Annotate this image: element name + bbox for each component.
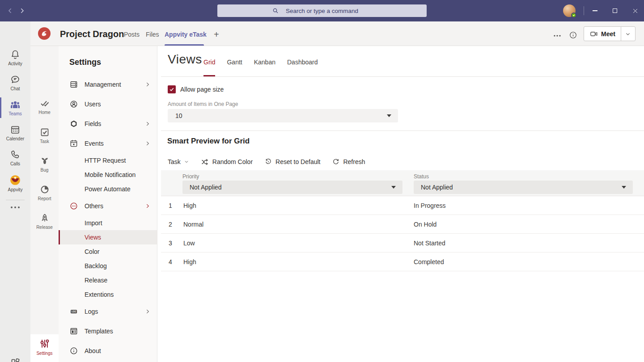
active-tab-underline <box>165 44 204 46</box>
preview-toolbar: Task Random Color Reset to Default Refre… <box>168 156 365 167</box>
meet-button[interactable]: Meet <box>584 27 621 41</box>
entity-dropdown[interactable]: Task <box>168 158 189 165</box>
priority-filter-dropdown[interactable]: Not Applied <box>182 181 402 194</box>
settings-nav-http-request[interactable]: HTTP Request <box>59 153 157 168</box>
apps-grid-icon <box>0 358 30 362</box>
settings-nav-about[interactable]: About <box>59 341 157 361</box>
module-label: Report <box>30 196 59 201</box>
settings-nav-events[interactable]: Events <box>59 134 157 153</box>
settings-nav-label: Fields <box>85 120 144 127</box>
settings-nav-views[interactable]: Views <box>59 230 157 244</box>
caret-down-icon <box>387 114 391 117</box>
add-tab-button[interactable]: + <box>214 29 219 40</box>
chevron-right-icon <box>18 7 25 14</box>
rail-separator <box>6 200 25 200</box>
task-checkbox-icon <box>30 127 59 138</box>
rail-item-apps[interactable]: Apps <box>0 358 30 362</box>
views-settings-content: Views Grid Gantt Kanban Dashboard Allow … <box>157 46 644 362</box>
module-label: Bug <box>30 168 59 173</box>
reset-default-button[interactable]: Reset to Default <box>264 158 320 166</box>
video-camera-icon <box>590 30 598 38</box>
settings-nav-logs[interactable]: LOG Logs <box>59 302 157 321</box>
tab-posts[interactable]: Posts <box>124 31 140 38</box>
settings-nav-label: HTTP Request <box>85 157 126 164</box>
module-item-report[interactable]: Report <box>30 184 59 201</box>
settings-nav-label: Extentions <box>85 291 114 298</box>
settings-nav-fields[interactable]: Fields <box>59 114 157 134</box>
settings-nav-templates[interactable]: Templates <box>59 321 157 341</box>
module-item-settings[interactable]: Settings <box>30 334 59 362</box>
settings-nav-panel: Settings Management Users Fields Events … <box>59 46 157 362</box>
views-header-row: Views Grid Gantt Kanban Dashboard <box>161 46 644 77</box>
check-icon <box>169 87 174 92</box>
rail-label: Calls <box>0 161 30 166</box>
settings-nav-label: Backlog <box>85 262 107 269</box>
minimize-button[interactable] <box>587 0 602 21</box>
close-button[interactable] <box>627 0 643 21</box>
module-item-home[interactable]: Home <box>30 98 59 115</box>
settings-nav-users[interactable]: Users <box>59 94 157 114</box>
section-divider <box>161 130 644 131</box>
settings-nav-power-automate[interactable]: Power Automate <box>59 182 157 196</box>
smart-preview-heading: Smart Preview for Grid <box>167 137 250 146</box>
search-input[interactable] <box>217 4 427 17</box>
rail-item-calls[interactable]: Calls <box>0 149 30 166</box>
settings-nav-import[interactable]: Import <box>59 216 157 230</box>
chevron-right-icon <box>144 140 151 147</box>
meet-dropdown-button[interactable] <box>621 27 635 41</box>
calendar-icon <box>0 124 30 135</box>
events-calendar-icon <box>69 139 78 148</box>
channel-header: Project Dragon Posts Files Appvity eTask… <box>30 21 644 46</box>
allow-page-size-label: Allow page size <box>180 86 224 93</box>
back-button[interactable] <box>4 5 16 17</box>
channel-info-button[interactable] <box>569 31 577 39</box>
settings-nav-release[interactable]: Release <box>59 273 157 287</box>
settings-nav-others[interactable]: Others <box>59 196 157 216</box>
module-label: Release <box>30 225 59 230</box>
chevron-right-icon <box>144 121 151 127</box>
settings-nav-mobile-notification[interactable]: Mobile Notification <box>59 168 157 182</box>
view-tabs: Grid Gantt Kanban Dashboard <box>203 59 318 66</box>
logs-badge-icon: LOG <box>69 307 78 316</box>
forward-button[interactable] <box>16 5 28 17</box>
module-label: Task <box>30 139 59 144</box>
status-filter-dropdown[interactable]: Not Applied <box>414 181 633 194</box>
view-tab-kanban[interactable]: Kanban <box>254 59 275 66</box>
module-item-task[interactable]: Task <box>30 127 59 144</box>
settings-nav-label: Mobile Notification <box>85 171 136 178</box>
settings-nav-label: Others <box>85 202 144 210</box>
titlebar-divider <box>584 6 584 15</box>
module-item-release[interactable]: Release <box>30 213 59 230</box>
table-row: 2 Normal On Hold <box>161 215 644 234</box>
tab-files[interactable]: Files <box>146 31 159 38</box>
view-tab-dashboard[interactable]: Dashboard <box>287 59 318 66</box>
random-color-button[interactable]: Random Color <box>201 158 253 166</box>
refresh-button[interactable]: Refresh <box>332 158 365 166</box>
chevron-down-icon <box>184 159 189 164</box>
caret-down-icon <box>391 186 396 189</box>
page-size-field-label: Amount of Items in One Page <box>168 101 238 107</box>
user-avatar[interactable] <box>563 4 576 17</box>
allow-page-size-row: Allow page size <box>168 85 224 93</box>
rail-item-activity[interactable]: Activity <box>0 49 30 66</box>
allow-page-size-checkbox[interactable] <box>168 85 176 93</box>
maximize-button[interactable] <box>607 0 623 21</box>
settings-nav-extentions[interactable]: Extentions <box>59 287 157 302</box>
settings-nav-label: Views <box>85 234 101 241</box>
view-tab-grid[interactable]: Grid <box>203 59 215 66</box>
settings-nav-label: Color <box>85 248 99 255</box>
settings-nav-management[interactable]: Management <box>59 75 157 94</box>
more-options-button[interactable] <box>554 35 561 37</box>
settings-nav-backlog[interactable]: Backlog <box>59 259 157 273</box>
rail-item-chat[interactable]: Chat <box>0 74 30 91</box>
rail-item-calendar[interactable]: Calender <box>0 124 30 141</box>
page-size-select[interactable]: 10 <box>168 109 398 122</box>
settings-nav-label: Events <box>85 140 144 147</box>
module-item-bug[interactable]: Bug <box>30 156 59 173</box>
rail-item-teams[interactable]: Teams <box>0 99 30 116</box>
more-apps-button[interactable] <box>0 206 30 208</box>
tab-appvity-etask[interactable]: Appvity eTask <box>165 31 207 38</box>
settings-nav-color[interactable]: Color <box>59 244 157 259</box>
rail-item-appvity[interactable]: Appvity <box>0 174 30 192</box>
view-tab-gantt[interactable]: Gantt <box>227 59 242 66</box>
